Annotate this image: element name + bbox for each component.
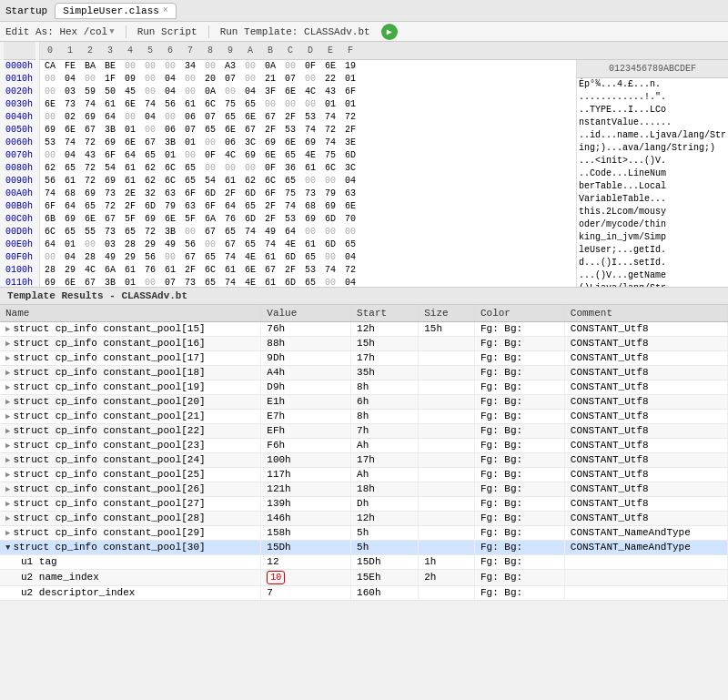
hex-cell[interactable]: 69: [240, 149, 260, 162]
hex-cell[interactable]: 6F: [180, 188, 200, 200]
hex-cell[interactable]: 56: [140, 251, 160, 264]
expand-icon[interactable]: ▶: [5, 470, 10, 480]
table-row[interactable]: ▼ struct cp_info constant_pool[30]15Dh5h…: [0, 540, 728, 554]
hex-cell[interactable]: 74: [260, 238, 280, 251]
hex-cell[interactable]: 6F: [200, 200, 220, 213]
hex-cell[interactable]: 64: [280, 226, 300, 238]
hex-cell[interactable]: 00: [300, 73, 320, 86]
hex-cell[interactable]: 6E: [280, 86, 300, 98]
hex-cell[interactable]: 6E: [60, 277, 80, 287]
hex-cell[interactable]: 01: [180, 137, 200, 149]
hex-cell[interactable]: 07: [200, 111, 220, 124]
file-tab[interactable]: SimpleUser.class ×: [55, 3, 177, 19]
hex-cell[interactable]: 00: [40, 86, 60, 98]
hex-cell[interactable]: 72: [340, 111, 360, 124]
hex-cell[interactable]: 21: [260, 73, 280, 86]
hex-cell[interactable]: 6E: [120, 98, 140, 111]
hex-cell[interactable]: 2F: [340, 124, 360, 137]
close-icon[interactable]: ×: [163, 5, 168, 15]
hex-cell[interactable]: 04: [60, 251, 80, 264]
hex-cell[interactable]: 04: [240, 86, 260, 98]
hex-scroll[interactable]: CAFEBABE0000003400A3000A000F6E190004001F…: [40, 60, 576, 287]
hex-cell[interactable]: 61: [160, 264, 180, 277]
hex-cell[interactable]: 72: [340, 264, 360, 277]
hex-cell[interactable]: 64: [40, 238, 60, 251]
table-row[interactable]: u1 tag1215Dh1hFg: Bg:: [0, 554, 728, 569]
hex-cell[interactable]: 04: [140, 111, 160, 124]
expand-icon[interactable]: ▶: [5, 513, 10, 523]
hex-cell[interactable]: 3C: [340, 162, 360, 175]
table-row[interactable]: ▶ struct cp_info constant_pool[29]158h5h…: [0, 525, 728, 540]
hex-cell[interactable]: 73: [60, 98, 80, 111]
hex-cell[interactable]: 70: [340, 213, 360, 226]
hex-cell[interactable]: 00: [320, 277, 340, 287]
hex-cell[interactable]: 61: [100, 98, 120, 111]
hex-cell[interactable]: 65: [240, 98, 260, 111]
hex-cell[interactable]: 04: [340, 175, 360, 188]
hex-cell[interactable]: 2F: [260, 200, 280, 213]
expand-icon[interactable]: ▶: [5, 484, 10, 494]
hex-cell[interactable]: 29: [120, 251, 140, 264]
hex-cell[interactable]: 00: [200, 60, 220, 73]
table-row[interactable]: ▶ struct cp_info constant_pool[22]EFh7hF…: [0, 423, 728, 438]
expand-icon[interactable]: ▶: [5, 353, 10, 363]
hex-cell[interactable]: 67: [80, 277, 100, 287]
hex-cell[interactable]: 45: [120, 86, 140, 98]
hex-cell[interactable]: 68: [60, 188, 80, 200]
hex-cell[interactable]: 64: [100, 111, 120, 124]
hex-cell[interactable]: 00: [40, 149, 60, 162]
hex-cell[interactable]: 6C: [160, 162, 180, 175]
hex-cell[interactable]: 00: [40, 251, 60, 264]
hex-cell[interactable]: 00: [220, 86, 240, 98]
hex-cell[interactable]: 00: [160, 111, 180, 124]
hex-cell[interactable]: 0F: [260, 162, 280, 175]
hex-cell[interactable]: 72: [80, 137, 100, 149]
hex-cell[interactable]: 29: [140, 238, 160, 251]
hex-cell[interactable]: 00: [240, 73, 260, 86]
hex-cell[interactable]: 67: [80, 124, 100, 137]
hex-cell[interactable]: 53: [40, 137, 60, 149]
hex-cell[interactable]: 74: [220, 251, 240, 264]
hex-cell[interactable]: 56: [180, 238, 200, 251]
hex-cell[interactable]: 03: [100, 238, 120, 251]
hex-cell[interactable]: 01: [320, 98, 340, 111]
hex-cell[interactable]: 07: [280, 73, 300, 86]
hex-cell[interactable]: 6E: [340, 200, 360, 213]
hex-cell[interactable]: 6F: [260, 188, 280, 200]
hex-cell[interactable]: 69: [300, 213, 320, 226]
hex-cell[interactable]: 61: [220, 264, 240, 277]
hex-cell[interactable]: 00: [280, 60, 300, 73]
hex-cell[interactable]: 06: [180, 111, 200, 124]
hex-cell[interactable]: 53: [280, 124, 300, 137]
hex-cell[interactable]: 00: [120, 60, 140, 73]
hex-cell[interactable]: 3F: [260, 86, 280, 98]
hex-cell[interactable]: 06: [220, 137, 240, 149]
table-row[interactable]: u2 descriptor_index7160hFg: Bg:: [0, 585, 728, 600]
hex-cell[interactable]: 72: [80, 175, 100, 188]
expand-icon[interactable]: ▶: [5, 397, 10, 407]
hex-cell[interactable]: 00: [200, 162, 220, 175]
hex-cell[interactable]: 2F: [280, 264, 300, 277]
hex-cell[interactable]: 69: [40, 124, 60, 137]
hex-cell[interactable]: 72: [80, 162, 100, 175]
run-script-item[interactable]: Run Script: [137, 26, 197, 37]
hex-cell[interactable]: 00: [80, 238, 100, 251]
expand-icon[interactable]: ▶: [5, 411, 10, 421]
table-row[interactable]: ▶ struct cp_info constant_pool[25]117hAh…: [0, 467, 728, 482]
hex-cell[interactable]: 00: [160, 60, 180, 73]
hex-cell[interactable]: 62: [140, 175, 160, 188]
hex-cell[interactable]: 6A: [100, 264, 120, 277]
hex-cell[interactable]: 65: [200, 251, 220, 264]
table-row[interactable]: ▶ struct cp_info constant_pool[21]E7h8hF…: [0, 409, 728, 423]
hex-cell[interactable]: 00: [140, 277, 160, 287]
hex-cell[interactable]: 01: [120, 124, 140, 137]
hex-cell[interactable]: 5F: [120, 213, 140, 226]
hex-cell[interactable]: 61: [300, 162, 320, 175]
hex-cell[interactable]: 00: [200, 137, 220, 149]
hex-cell[interactable]: 75: [280, 188, 300, 200]
hex-cell[interactable]: 01: [160, 149, 180, 162]
table-row[interactable]: u2 name_index1015Eh2hFg: Bg:: [0, 569, 728, 585]
edit-as-dropdown[interactable]: Edit As: Hex /col ▼: [5, 26, 115, 37]
hex-cell[interactable]: 64: [220, 200, 240, 213]
hex-cell[interactable]: 72: [100, 200, 120, 213]
